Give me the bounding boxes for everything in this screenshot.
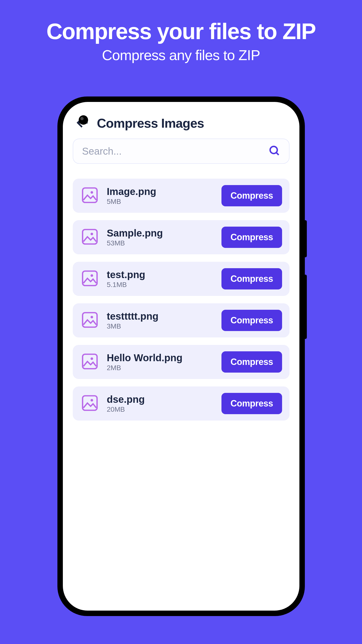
image-icon — [80, 227, 100, 248]
svg-rect-13 — [82, 396, 97, 410]
hero-banner: Compress your files to ZIP Compress any … — [0, 0, 362, 63]
search-input[interactable] — [82, 146, 269, 157]
svg-point-14 — [90, 399, 93, 401]
image-icon — [80, 269, 100, 289]
file-info: Hello World.png2MB — [107, 352, 214, 372]
svg-rect-11 — [82, 354, 97, 369]
search-icon[interactable] — [269, 145, 280, 157]
image-icon — [80, 352, 100, 372]
file-name: Hello World.png — [107, 352, 214, 364]
page-title: Compress Images — [97, 116, 204, 131]
file-size: 20MB — [107, 406, 214, 414]
file-row: dse.png20MBCompress — [73, 386, 290, 420]
compress-button[interactable]: Compress — [222, 268, 282, 290]
image-icon — [80, 394, 100, 414]
compress-button[interactable]: Compress — [222, 393, 282, 414]
file-size: 2MB — [107, 364, 214, 372]
svg-line-2 — [276, 153, 278, 155]
search-box[interactable] — [73, 138, 290, 164]
compress-button[interactable]: Compress — [222, 226, 282, 248]
image-icon — [80, 310, 100, 330]
file-name: dse.png — [107, 394, 214, 405]
hero-subtitle: Compress any files to ZIP — [0, 47, 362, 63]
svg-rect-9 — [82, 313, 97, 327]
file-info: test.png5.1MB — [107, 269, 214, 289]
svg-point-6 — [90, 232, 93, 235]
file-size: 53MB — [107, 239, 214, 247]
file-size: 5.1MB — [107, 281, 214, 289]
file-info: dse.png20MB — [107, 394, 214, 414]
hero-title: Compress your files to ZIP — [0, 20, 362, 43]
file-name: test.png — [107, 269, 214, 280]
svg-point-8 — [90, 274, 93, 276]
svg-point-4 — [90, 191, 93, 194]
file-row: Hello World.png2MBCompress — [73, 345, 290, 379]
file-name: testtttt.png — [107, 311, 214, 322]
file-row: testtttt.png3MBCompress — [73, 303, 290, 338]
file-info: testtttt.png3MB — [107, 311, 214, 330]
svg-rect-3 — [82, 188, 97, 203]
svg-rect-7 — [82, 271, 97, 286]
file-size: 5MB — [107, 198, 214, 206]
compress-button[interactable]: Compress — [222, 310, 282, 331]
file-row: Image.png5MBCompress — [73, 179, 290, 213]
file-name: Sample.png — [107, 228, 214, 239]
compress-button[interactable]: Compress — [222, 185, 282, 206]
file-size: 3MB — [107, 322, 214, 330]
compress-button[interactable]: Compress — [222, 351, 282, 372]
svg-point-12 — [90, 357, 93, 360]
image-icon — [80, 186, 100, 206]
svg-rect-5 — [82, 230, 97, 244]
file-row: Sample.png53MBCompress — [73, 220, 290, 254]
file-row: test.png5.1MBCompress — [73, 262, 290, 296]
file-list: Image.png5MBCompressSample.png53MBCompre… — [73, 179, 290, 420]
phone-camera-icon — [79, 115, 88, 125]
svg-point-10 — [90, 316, 93, 318]
svg-point-1 — [270, 146, 277, 154]
file-name: Image.png — [107, 186, 214, 197]
file-info: Image.png5MB — [107, 186, 214, 206]
file-info: Sample.png53MB — [107, 228, 214, 247]
phone-frame: Compress Images Image.png5MBCompressSamp… — [58, 96, 305, 616]
